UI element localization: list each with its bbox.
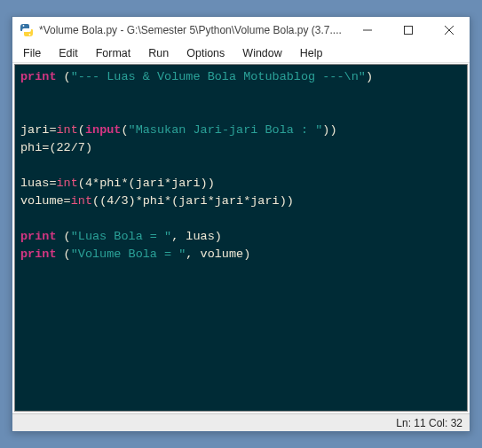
code-editor[interactable]: print ("--- Luas & Volume Bola Motubablo… [14, 64, 468, 412]
close-button[interactable] [429, 17, 470, 43]
titlebar[interactable]: *Volume Bola.py - G:\Semester 5\Python\V… [12, 17, 470, 43]
menu-item-help[interactable]: Help [291, 45, 332, 61]
menu-item-edit[interactable]: Edit [50, 45, 87, 61]
svg-rect-3 [405, 27, 413, 35]
code-line: luas=int(4*phi*(jari*jari)) [20, 175, 462, 193]
code-line: print ("Luas Bola = ", luas) [20, 228, 462, 246]
maximize-button[interactable] [388, 17, 429, 43]
menu-item-run[interactable]: Run [139, 45, 178, 61]
menu-item-format[interactable]: Format [87, 45, 140, 61]
code-line [20, 86, 462, 104]
minimize-button[interactable] [347, 17, 388, 43]
svg-point-0 [23, 25, 25, 27]
code-line: print ("Volume Bola = ", volume) [20, 246, 462, 263]
code-line [20, 210, 462, 228]
code-line: phi=(22/7) [20, 139, 462, 157]
python-idle-icon [20, 23, 34, 37]
idle-window: *Volume Bola.py - G:\Semester 5\Python\V… [12, 16, 470, 432]
code-line [20, 104, 462, 122]
statusbar: Ln: 11 Col: 32 [12, 413, 470, 431]
code-line [20, 157, 462, 175]
window-controls [347, 17, 470, 43]
menubar: FileEditFormatRunOptionsWindowHelp [12, 43, 470, 63]
code-line: print ("--- Luas & Volume Bola Motubablo… [20, 68, 462, 86]
svg-point-1 [29, 34, 31, 35]
code-line: volume=int((4/3)*phi*(jari*jari*jari)) [20, 193, 462, 210]
menu-item-file[interactable]: File [14, 45, 50, 61]
window-title: *Volume Bola.py - G:\Semester 5\Python\V… [39, 24, 347, 36]
menu-item-window[interactable]: Window [233, 45, 290, 61]
menu-item-options[interactable]: Options [178, 45, 233, 61]
code-line: jari=int(input("Masukan Jari-jari Bola :… [20, 122, 462, 139]
cursor-position: Ln: 11 Col: 32 [396, 417, 462, 429]
